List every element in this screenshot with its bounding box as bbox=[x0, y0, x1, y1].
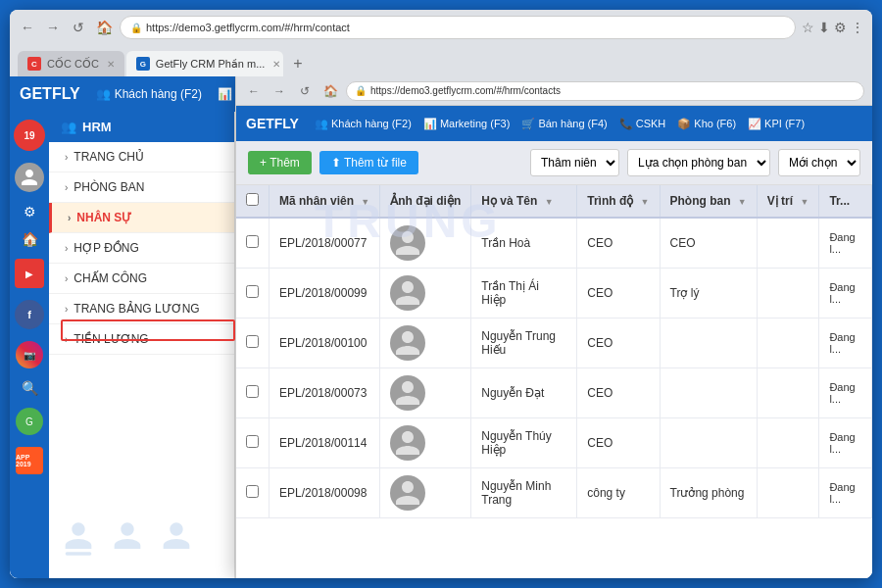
sidebar-item-trang-chu[interactable]: › TRANG CHỦ bbox=[49, 142, 234, 172]
employee-level-3: CEO bbox=[577, 318, 660, 368]
hrm-title: HRM bbox=[82, 120, 112, 134]
bg-logo: GETFLY bbox=[20, 85, 80, 103]
filter-seniority[interactable]: Thâm niên bbox=[530, 149, 619, 176]
crm-nav-customers[interactable]: 👥 Khách hàng (F2) bbox=[315, 118, 412, 130]
row-checkbox-5[interactable] bbox=[236, 418, 270, 468]
bg-nav-customers[interactable]: 👥 Khách hàng (F2) bbox=[96, 87, 202, 101]
table-row[interactable]: EPL/2018/00098 Nguyễn Minh Trang công ty… bbox=[236, 468, 872, 518]
crm-nav-kho[interactable]: 📦 Kho (F6) bbox=[677, 118, 736, 130]
employee-position-5 bbox=[757, 418, 819, 468]
new-tab-button[interactable]: + bbox=[285, 51, 311, 76]
filter-other[interactable]: Mới chọn bbox=[778, 149, 860, 176]
sidebar-item-hop-dong[interactable]: › HỢP ĐỒNG bbox=[49, 233, 234, 264]
fg-address-bar[interactable]: 🔒 https://demo3.getflycrm.com/#/hrm/cont… bbox=[346, 81, 864, 101]
yt-icon[interactable]: ▶ bbox=[15, 259, 44, 288]
employee-dept-1: CEO bbox=[660, 218, 757, 269]
home-button[interactable]: 🏠 bbox=[94, 18, 114, 37]
employee-position-3 bbox=[757, 318, 819, 368]
sort-icon-pos: ▼ bbox=[800, 197, 808, 207]
sidebar-item-cham-cong[interactable]: › CHẤM CÔNG bbox=[49, 264, 234, 294]
arrow-icon-phong-ban: › bbox=[65, 182, 68, 193]
avatar-img-5 bbox=[390, 425, 425, 461]
row-checkbox-6[interactable] bbox=[236, 468, 270, 518]
download-icon[interactable]: ⬇ bbox=[818, 20, 830, 35]
profile-icon[interactable] bbox=[15, 163, 44, 192]
col-name[interactable]: Họ và Tên ▼ bbox=[471, 185, 577, 218]
reload-button[interactable]: ↺ bbox=[69, 18, 88, 37]
menu-icon[interactable]: ⋮ bbox=[851, 20, 864, 35]
add-employee-button[interactable]: + Thêm bbox=[248, 151, 312, 174]
employee-avatar-2 bbox=[380, 269, 471, 318]
table-row[interactable]: EPL/2018/00077 Trần Hoà CEO CEO Đang l..… bbox=[236, 218, 872, 269]
green-app-icon[interactable]: G bbox=[16, 408, 43, 435]
fg-lock-icon: 🔒 bbox=[355, 85, 367, 96]
sidebar-label-tien-luong: TIỀN LƯƠNG bbox=[74, 332, 148, 346]
sidebar-item-phong-ban[interactable]: › PHÒNG BAN bbox=[49, 172, 234, 203]
employee-name-2: Trần Thị Ái Hiệp bbox=[471, 269, 577, 318]
employee-status-4: Đang l... bbox=[819, 368, 872, 418]
tab-close-coc-coc[interactable]: ✕ bbox=[107, 59, 115, 70]
employee-status-1: Đang l... bbox=[819, 218, 872, 269]
sidebar-label-cham-cong: CHẤM CÔNG bbox=[74, 271, 147, 285]
employee-level-2: CEO bbox=[577, 269, 660, 318]
employee-avatar-6 bbox=[380, 468, 471, 518]
app-2019-icon[interactable]: APP 2019 bbox=[16, 447, 43, 474]
svg-rect-0 bbox=[66, 552, 92, 555]
fg-reload-button[interactable]: ↺ bbox=[295, 81, 315, 101]
import-button[interactable]: ⬆ Thêm từ file bbox=[319, 151, 418, 174]
search-sidebar-icon[interactable]: 🔍 bbox=[22, 380, 38, 396]
employee-status-3: Đang l... bbox=[819, 318, 872, 368]
sort-icon-level: ▼ bbox=[641, 197, 650, 207]
col-level[interactable]: Trình độ ▼ bbox=[577, 185, 660, 218]
fb-icon[interactable]: f bbox=[15, 300, 44, 329]
table-header: Mã nhân viên ▼ Ảnh đại diện Họ và Tên ▼ … bbox=[236, 185, 872, 218]
col-position[interactable]: Vị trí ▼ bbox=[757, 185, 819, 218]
sidebar-item-nhan-su[interactable]: › NHÂN SỰ bbox=[49, 203, 234, 233]
employee-id-4: EPL/2018/00073 bbox=[270, 368, 380, 418]
row-checkbox-4[interactable] bbox=[236, 368, 270, 418]
crm-nav-kpi[interactable]: 📈 KPI (F7) bbox=[748, 118, 805, 130]
ig-icon[interactable]: 📷 bbox=[16, 341, 43, 368]
sidebar-item-bang-luong[interactable]: › TRANG BẢNG LƯƠNG bbox=[49, 294, 234, 324]
back-button[interactable]: ← bbox=[18, 18, 37, 37]
employee-position-1 bbox=[757, 218, 819, 269]
employee-id-5: EPL/2018/00114 bbox=[270, 418, 380, 468]
crm-nav-sales[interactable]: 🛒 Bán hàng (F4) bbox=[521, 118, 607, 130]
star-icon[interactable]: ☆ bbox=[802, 20, 814, 35]
arrow-icon-trang-chu: › bbox=[65, 152, 68, 163]
table-row[interactable]: EPL/2018/00073 Nguyễn Đạt CEO Đang l... bbox=[236, 368, 872, 418]
tab-close-getfly[interactable]: ✕ bbox=[272, 59, 280, 70]
employee-id-2: EPL/2018/00099 bbox=[270, 269, 380, 318]
col-ma-nv[interactable]: Mã nhân viên ▼ bbox=[270, 185, 380, 218]
employee-dept-6: Trưởng phòng bbox=[660, 468, 757, 518]
avatar-img-2 bbox=[390, 275, 425, 311]
row-checkbox-2[interactable] bbox=[236, 269, 270, 318]
crm-nav-cskh[interactable]: 📞 CSKH bbox=[619, 118, 666, 130]
tab-getfly[interactable]: G GetFly CRM Phần m... ✕ bbox=[126, 51, 283, 76]
outer-address-bar[interactable]: 🔒 https://demo3.getflycrm.com/#/hrm/cont… bbox=[120, 16, 796, 39]
table-row[interactable]: EPL/2018/00114 Nguyễn Thúy Hiệp CEO Đang… bbox=[236, 418, 872, 468]
sidebar-item-tien-luong[interactable]: › TIỀN LƯƠNG bbox=[49, 324, 234, 355]
fg-back-button[interactable]: ← bbox=[244, 81, 264, 101]
col-dept[interactable]: Phòng ban ▼ bbox=[660, 185, 757, 218]
tab-favicon-getfly: G bbox=[136, 57, 150, 71]
crm-nav-marketing[interactable]: 📊 Marketing (F3) bbox=[423, 118, 511, 130]
employee-table: Mã nhân viên ▼ Ảnh đại diện Họ và Tên ▼ … bbox=[236, 185, 872, 518]
filter-department[interactable]: Lựa chọn phòng ban bbox=[627, 149, 770, 176]
table-row[interactable]: EPL/2018/00099 Trần Thị Ái Hiệp CEO Trợ … bbox=[236, 269, 872, 318]
employee-level-5: CEO bbox=[577, 418, 660, 468]
tab-coc-coc[interactable]: C CỐC CỐC ✕ bbox=[18, 51, 124, 76]
sidebar-label-trang-chu: TRANG CHỦ bbox=[74, 150, 144, 164]
settings-icon[interactable]: ⚙ bbox=[834, 20, 847, 35]
select-all-checkbox[interactable] bbox=[246, 193, 259, 206]
fg-home-button[interactable]: 🏠 bbox=[320, 81, 340, 101]
row-checkbox-3[interactable] bbox=[236, 318, 270, 368]
home-sidebar-icon[interactable]: 🏠 bbox=[22, 231, 38, 247]
table-row[interactable]: EPL/2018/00100 Nguyễn Trung Hiếu CEO Đan… bbox=[236, 318, 872, 368]
row-checkbox-1[interactable] bbox=[236, 218, 270, 269]
user-badge-icon[interactable]: 19 bbox=[14, 120, 45, 151]
gear-sidebar-icon[interactable]: ⚙ bbox=[24, 204, 36, 220]
forward-button[interactable]: → bbox=[43, 18, 63, 37]
employee-status-5: Đang l... bbox=[819, 418, 872, 468]
fg-forward-button[interactable]: → bbox=[270, 81, 289, 101]
